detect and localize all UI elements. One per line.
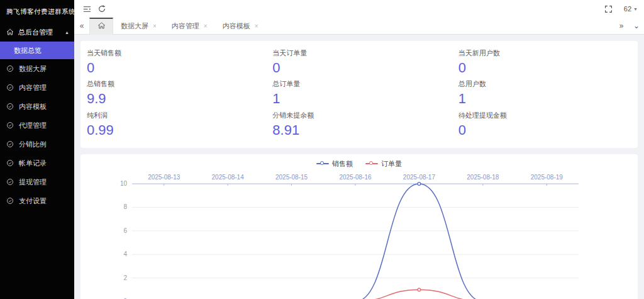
stat-label: 当天新用户数 xyxy=(458,48,638,58)
sidebar-item-label: 分销比例 xyxy=(19,140,47,149)
circle-check-icon xyxy=(6,140,14,148)
legend-line-marker-icon xyxy=(316,161,329,166)
sidebar: 腾飞博客付费进群系统 总后台管理 ▲ 数据总览 数据大屏 内容管理 内容模板 代… xyxy=(0,0,74,299)
tab-content-template[interactable]: 内容模板 × xyxy=(215,18,266,35)
circle-check-icon xyxy=(6,159,14,167)
sidebar-group-admin[interactable]: 总后台管理 ▲ xyxy=(0,23,74,42)
home-icon xyxy=(97,21,106,32)
stat-label: 待处理提现金额 xyxy=(458,111,638,120)
sidebar-item-label: 内容管理 xyxy=(19,83,47,93)
stat-today-sales: 当天销售额 0 xyxy=(80,48,266,76)
tabs-scroll-right-icon[interactable]: » xyxy=(614,21,629,30)
app-title: 腾飞博客付费进群系统 xyxy=(0,0,74,23)
tabs-scroll-left-icon[interactable]: « xyxy=(74,21,89,30)
refresh-icon[interactable] xyxy=(94,1,109,16)
stat-label: 分销未提余额 xyxy=(272,111,452,120)
caret-down-icon: ▼ xyxy=(633,7,638,11)
sidebar-item-label: 支付设置 xyxy=(19,196,47,206)
stat-today-orders: 当天订单量 0 xyxy=(266,48,452,76)
stat-value: 1 xyxy=(272,91,452,106)
tab-home[interactable] xyxy=(89,18,113,35)
sidebar-item-distribution-ratio[interactable]: 分销比例 xyxy=(0,135,74,154)
circle-check-icon xyxy=(6,197,14,205)
tab-data-screen[interactable]: 数据大屏 × xyxy=(113,18,164,35)
svg-text:4: 4 xyxy=(123,251,127,257)
sidebar-item-bill-records[interactable]: 帐单记录 xyxy=(0,154,74,172)
stat-value: 9.9 xyxy=(87,91,266,106)
menu-fold-icon[interactable] xyxy=(79,1,94,16)
svg-text:8: 8 xyxy=(123,203,127,210)
stat-net-profit: 纯利润 0.99 xyxy=(80,111,266,138)
tab-content-manage[interactable]: 内容管理 × xyxy=(164,18,215,35)
stat-unwithdrawn-balance: 分销未提余额 8.91 xyxy=(266,111,452,138)
stat-total-orders: 总订单量 1 xyxy=(266,79,452,106)
user-dropdown-value: 62 xyxy=(624,5,631,13)
sidebar-item-data-screen[interactable]: 数据大屏 xyxy=(0,59,74,78)
svg-text:2025-08-18: 2025-08-18 xyxy=(467,174,499,181)
stat-label: 当天订单量 xyxy=(272,48,452,58)
user-dropdown[interactable]: 62 ▼ xyxy=(624,5,638,13)
close-icon[interactable]: × xyxy=(153,23,157,30)
main-area: 62 ▼ « 数据大屏 × 内容管理 × 内容模板 × » ⌄ xyxy=(74,0,644,299)
tabs-menu-icon[interactable]: ⌄ xyxy=(629,21,644,30)
legend-line-marker-icon xyxy=(365,161,378,166)
tab-label: 数据大屏 xyxy=(121,21,148,31)
svg-text:2025-08-14: 2025-08-14 xyxy=(212,174,245,181)
stat-value: 0 xyxy=(458,60,638,76)
sidebar-group-label: 总后台管理 xyxy=(18,28,53,37)
line-chart[interactable]: 02468102025-08-132025-08-132025-08-14202… xyxy=(80,154,638,299)
stat-label: 当天销售额 xyxy=(87,48,266,58)
circle-check-icon xyxy=(6,65,14,72)
sidebar-item-agent-manage[interactable]: 代理管理 xyxy=(0,116,74,135)
page-content: 当天销售额 0 当天订单量 0 当天新用户数 0 总销售额 9.9 总订单量 1… xyxy=(74,35,644,299)
sidebar-item-label: 数据总览 xyxy=(14,46,42,55)
close-icon[interactable]: × xyxy=(204,23,208,30)
svg-text:2025-08-19: 2025-08-19 xyxy=(531,174,564,181)
tab-bar: « 数据大屏 × 内容管理 × 内容模板 × » ⌄ xyxy=(74,18,644,35)
stat-total-sales: 总销售额 9.9 xyxy=(80,79,266,106)
sidebar-item-content-manage[interactable]: 内容管理 xyxy=(0,78,74,97)
stat-value: 8.91 xyxy=(272,122,452,138)
top-toolbar: 62 ▼ xyxy=(74,0,644,18)
svg-text:2025-08-17: 2025-08-17 xyxy=(403,174,436,181)
legend-item-orders[interactable]: 订单量 xyxy=(365,159,402,169)
sidebar-item-data-overview[interactable]: 数据总览 xyxy=(0,42,74,59)
svg-text:10: 10 xyxy=(120,180,128,187)
stat-pending-withdraw: 待处理提现金额 0 xyxy=(452,111,638,138)
legend-label: 销售额 xyxy=(332,159,353,169)
stat-label: 总订单量 xyxy=(272,79,452,89)
svg-text:6: 6 xyxy=(123,227,127,234)
svg-text:2025-08-13: 2025-08-13 xyxy=(148,174,180,181)
circle-check-icon xyxy=(6,121,14,129)
sidebar-item-content-template[interactable]: 内容模板 xyxy=(0,97,74,116)
stat-label: 总销售额 xyxy=(87,79,266,89)
stats-card: 当天销售额 0 当天订单量 0 当天新用户数 0 总销售额 9.9 总订单量 1… xyxy=(80,41,638,148)
close-icon[interactable]: × xyxy=(255,23,258,30)
circle-check-icon xyxy=(6,178,14,186)
chart-card: 02468102025-08-132025-08-132025-08-14202… xyxy=(80,154,638,299)
stat-value: 0 xyxy=(458,122,638,138)
svg-text:2025-08-16: 2025-08-16 xyxy=(339,174,372,181)
circle-check-icon xyxy=(6,103,14,110)
stat-label: 纯利润 xyxy=(87,111,266,120)
sidebar-item-label: 代理管理 xyxy=(19,121,47,130)
stat-value: 0 xyxy=(87,60,266,76)
legend-item-sales[interactable]: 销售额 xyxy=(316,159,353,169)
sidebar-item-payment-settings[interactable]: 支付设置 xyxy=(0,191,74,210)
stat-label: 总用户数 xyxy=(458,79,638,89)
svg-text:2025-08-15: 2025-08-15 xyxy=(275,174,308,181)
circle-check-icon xyxy=(6,84,14,91)
chart-legend: 销售额 订单量 xyxy=(80,159,638,169)
sidebar-item-label: 数据大屏 xyxy=(19,64,47,74)
fullscreen-icon[interactable] xyxy=(601,1,616,16)
sidebar-item-label: 内容模板 xyxy=(19,102,47,111)
sidebar-item-label: 提现管理 xyxy=(19,178,47,187)
stat-value: 0.99 xyxy=(87,122,266,138)
sidebar-item-withdraw-manage[interactable]: 提现管理 xyxy=(0,172,74,191)
sidebar-item-label: 帐单记录 xyxy=(19,159,47,168)
stat-value: 1 xyxy=(458,91,638,106)
collapse-arrow-icon: ▲ xyxy=(65,30,69,35)
stat-value: 0 xyxy=(272,60,452,76)
stat-total-users: 总用户数 1 xyxy=(452,79,638,106)
legend-label: 订单量 xyxy=(381,159,402,169)
